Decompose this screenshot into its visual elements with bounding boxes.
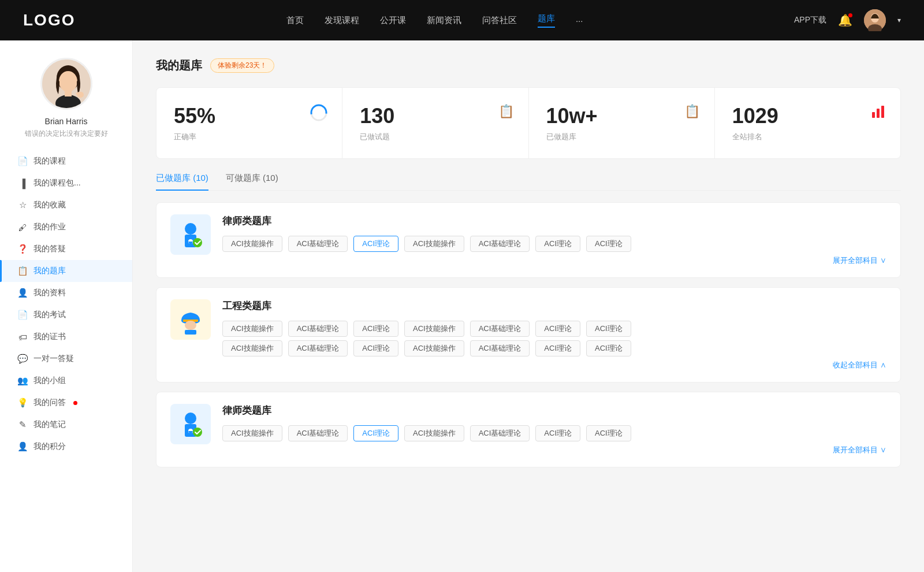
qbank-tags-2b: ACI技能操作 ACI基础理论 ACI理论 ACI技能操作 ACI基础理论 AC…	[222, 340, 886, 356]
sidebar-item-coursepkg[interactable]: ▐ 我的课程包...	[0, 172, 132, 194]
qbank-icon-engineer	[170, 299, 211, 340]
svg-rect-7	[65, 91, 72, 96]
tag[interactable]: ACI技能操作	[404, 425, 464, 441]
question-icon: ❓	[17, 244, 28, 254]
tag[interactable]: ACI基础理论	[288, 236, 348, 252]
tab-available[interactable]: 可做题库 (10)	[226, 173, 278, 191]
svg-point-16	[193, 238, 202, 247]
qbank-tags-1: ACI技能操作 ACI基础理论 ACI理论 ACI技能操作 ACI基础理论 AC…	[222, 236, 886, 252]
tab-done[interactable]: 已做题库 (10)	[156, 173, 208, 191]
sidebar-item-course[interactable]: 📄 我的课程	[0, 150, 132, 172]
sidebar-item-myqa[interactable]: 💡 我的问答	[0, 392, 132, 414]
tag[interactable]: ACI理论	[586, 321, 631, 337]
stat-qbank-label: 已做题库	[546, 132, 697, 142]
sidebar-item-notes[interactable]: ✎ 我的笔记	[0, 414, 132, 436]
sidebar-item-exam[interactable]: 📄 我的考试	[0, 304, 132, 326]
tag[interactable]: ACI理论	[535, 321, 580, 337]
groups-icon: 👥	[17, 376, 28, 386]
tag[interactable]: ACI基础理论	[470, 340, 530, 356]
tag[interactable]: ACI技能操作	[222, 425, 282, 441]
tag[interactable]: ACI理论	[353, 321, 398, 337]
qbank-expand-2[interactable]: 收起全部科目 ∧	[222, 360, 886, 370]
tag-selected[interactable]: ACI理论	[353, 236, 398, 252]
sidebar-item-qbank[interactable]: 📋 我的题库	[0, 260, 132, 282]
app-download-button[interactable]: APP下载	[794, 15, 826, 25]
tag[interactable]: ACI基础理论	[288, 321, 348, 337]
nav-more[interactable]: ···	[576, 16, 583, 25]
sidebar-item-label: 我的小组	[33, 376, 66, 386]
qbank-icon: 📋	[17, 266, 28, 276]
qbank-title-1: 律师类题库	[222, 214, 886, 228]
tag[interactable]: ACI理论	[535, 236, 580, 252]
notification-bell[interactable]: 🔔	[838, 13, 852, 27]
sidebar-username: Brian Harris	[45, 117, 88, 126]
stat-done: 130 已做试题 📋	[342, 88, 528, 158]
tag[interactable]: ACI技能操作	[222, 236, 282, 252]
tag[interactable]: ACI理论	[586, 236, 631, 252]
qbank-expand-3[interactable]: 展开全部科目 ∨	[222, 445, 886, 455]
exam-icon: 📄	[17, 310, 28, 320]
sidebar-item-cert[interactable]: 🏷 我的证书	[0, 326, 132, 348]
avatar-chevron[interactable]: ▾	[897, 16, 901, 24]
coursepkg-icon: ▐	[17, 179, 28, 188]
svg-point-5	[59, 71, 77, 92]
sidebar-item-favorites[interactable]: ☆ 我的收藏	[0, 194, 132, 216]
nav-qbank[interactable]: 题库	[538, 13, 555, 28]
tag[interactable]: ACI理论	[353, 340, 398, 356]
stat-accuracy: 55% 正确率	[157, 88, 342, 158]
nav-links: 首页 发现课程 公开课 新闻资讯 问答社区 题库 ···	[286, 13, 583, 28]
tabs-row: 已做题库 (10) 可做题库 (10)	[156, 173, 901, 191]
tag[interactable]: ACI基础理论	[288, 340, 348, 356]
qbank-card-2: 工程类题库 ACI技能操作 ACI基础理论 ACI理论 ACI技能操作 ACI基…	[156, 287, 901, 382]
nav-discover[interactable]: 发现课程	[325, 15, 359, 26]
svg-point-21	[185, 413, 196, 424]
sidebar-item-points[interactable]: 👤 我的积分	[0, 436, 132, 458]
sidebar-item-label: 我的课程包...	[33, 178, 81, 188]
tag[interactable]: ACI理论	[586, 340, 631, 356]
sidebar-item-label: 我的作业	[33, 222, 66, 232]
tag-selected[interactable]: ACI理论	[353, 425, 398, 441]
sidebar-item-label: 我的积分	[33, 441, 66, 452]
tag[interactable]: ACI技能操作	[404, 340, 464, 356]
sidebar-item-questions[interactable]: ❓ 我的答疑	[0, 238, 132, 260]
avatar[interactable]	[864, 9, 886, 31]
stat-qbank: 10w+ 已做题库 📋	[529, 88, 715, 158]
tag[interactable]: ACI基础理论	[470, 321, 530, 337]
sidebar-item-groups[interactable]: 👥 我的小组	[0, 370, 132, 392]
tag[interactable]: ACI技能操作	[404, 321, 464, 337]
tag[interactable]: ACI技能操作	[222, 340, 282, 356]
nav-qa[interactable]: 问答社区	[482, 15, 517, 26]
tag[interactable]: ACI技能操作	[222, 321, 282, 337]
tag[interactable]: ACI基础理论	[288, 425, 348, 441]
tag[interactable]: ACI基础理论	[470, 425, 530, 441]
points-icon: 👤	[17, 441, 28, 452]
tag[interactable]: ACI理论	[535, 340, 580, 356]
svg-point-19	[185, 321, 196, 330]
nav-opencourse[interactable]: 公开课	[380, 15, 406, 26]
sidebar-item-profile[interactable]: 👤 我的资料	[0, 282, 132, 304]
nav-news[interactable]: 新闻资讯	[427, 15, 461, 26]
avatar-svg	[42, 60, 92, 110]
sidebar-item-1on1[interactable]: 💬 一对一答疑	[0, 348, 132, 370]
logo: LOGO	[23, 11, 75, 29]
sidebar-item-label: 我的问答	[33, 398, 66, 408]
tag[interactable]: ACI技能操作	[404, 236, 464, 252]
profile-icon: 👤	[17, 288, 28, 298]
stat-accuracy-label: 正确率	[174, 132, 325, 142]
sidebar-item-label: 我的笔记	[33, 419, 66, 430]
sidebar-item-label: 我的考试	[33, 310, 66, 320]
tag[interactable]: ACI理论	[535, 425, 580, 441]
notes-icon: ✎	[17, 419, 28, 430]
page-title-row: 我的题库 体验剩余23天！	[156, 58, 901, 73]
tag[interactable]: ACI基础理论	[470, 236, 530, 252]
qbank-info-2: 工程类题库 ACI技能操作 ACI基础理论 ACI理论 ACI技能操作 ACI基…	[222, 299, 886, 370]
qbank-expand-1[interactable]: 展开全部科目 ∨	[222, 255, 886, 266]
qbank-card-1: 律师类题库 ACI技能操作 ACI基础理论 ACI理论 ACI技能操作 ACI基…	[156, 202, 901, 278]
tag[interactable]: ACI理论	[586, 425, 631, 441]
svg-point-24	[193, 428, 202, 437]
nav-right: APP下载 🔔 ▾	[794, 9, 901, 31]
svg-point-13	[185, 223, 196, 235]
qbank-list: 律师类题库 ACI技能操作 ACI基础理论 ACI理论 ACI技能操作 ACI基…	[156, 202, 901, 467]
sidebar-item-homework[interactable]: 🖋 我的作业	[0, 216, 132, 238]
nav-home[interactable]: 首页	[286, 15, 304, 26]
